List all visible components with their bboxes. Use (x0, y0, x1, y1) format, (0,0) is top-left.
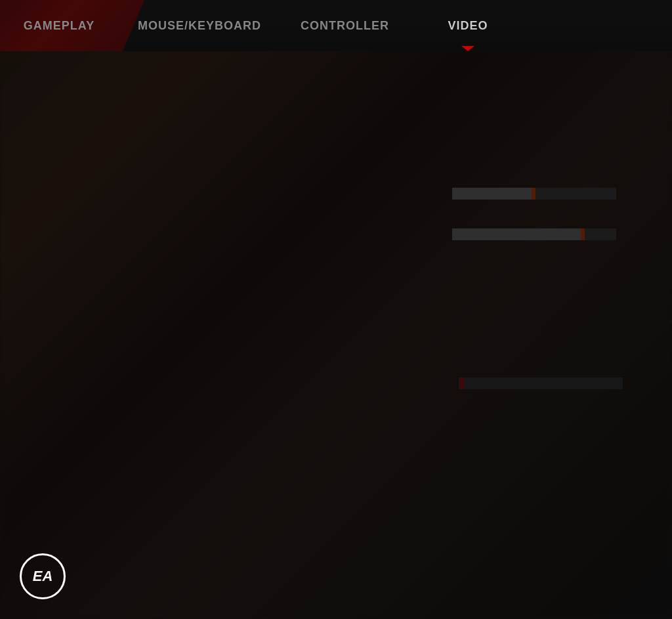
main-container: GAMEPLAY MOUSE/KEYBOARD CONTROLLER VIDEO… (0, 0, 672, 619)
tab-gameplay[interactable]: GAMEPLAY (0, 0, 118, 51)
settings-overlay (0, 0, 672, 619)
ea-logo: EA (20, 553, 66, 599)
tab-mouse-keyboard[interactable]: MOUSE/KEYBOARD (118, 0, 281, 51)
tab-controller[interactable]: CONTROLLER (281, 0, 409, 51)
tab-video[interactable]: VIDEO (409, 0, 527, 51)
